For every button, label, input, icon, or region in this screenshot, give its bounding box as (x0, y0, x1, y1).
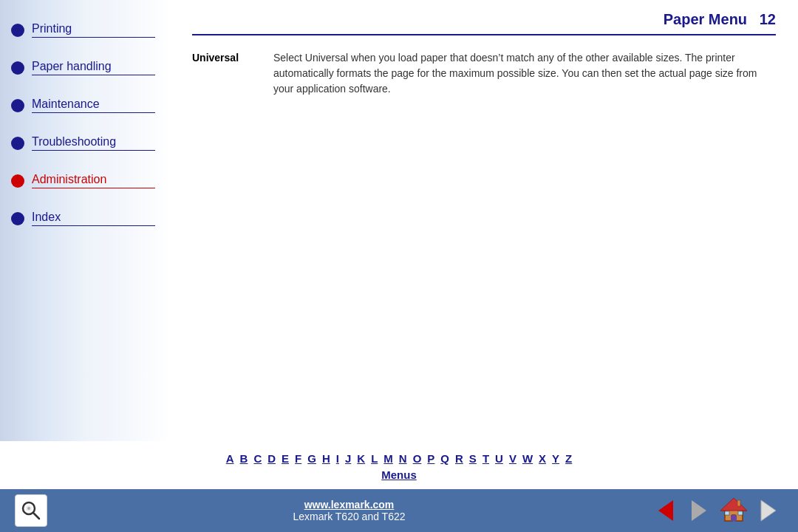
home-icon (717, 494, 750, 527)
sidebar-bullet-printing (11, 24, 24, 37)
sidebar-label-paper-handling: Paper handling (32, 60, 155, 75)
alpha-link-g[interactable]: G (307, 452, 316, 465)
sidebar-item-maintenance[interactable]: Maintenance (0, 90, 170, 120)
sidebar-label-administration: Administration (32, 173, 155, 188)
sidebar-bullet-maintenance (11, 99, 24, 112)
sidebar-item-administration[interactable]: Administration (0, 166, 170, 196)
content-body: Universal Select Universal when you load… (192, 50, 776, 97)
svg-point-3 (27, 507, 30, 510)
sidebar-label-troubleshooting: Troubleshooting (32, 135, 155, 151)
menus-label[interactable]: Menus (381, 468, 417, 481)
alpha-link-q[interactable]: Q (440, 452, 449, 465)
next-arrow-icon (755, 497, 782, 524)
alpha-link-i[interactable]: I (336, 452, 339, 465)
footer-center: www.lexmark.com Lexmark T620 and T622 (293, 499, 405, 522)
sidebar-item-paper-handling[interactable]: Paper handling (0, 52, 170, 83)
alpha-link-x[interactable]: X (539, 452, 546, 465)
page-title: Paper Menu 12 (664, 11, 776, 28)
sidebar-bullet-index (11, 212, 24, 225)
svg-rect-10 (738, 511, 743, 515)
alpha-link-t[interactable]: T (482, 452, 489, 465)
next-button[interactable] (754, 496, 783, 525)
footer-toolbar: www.lexmark.com Lexmark T620 and T622 (0, 489, 798, 532)
alpha-link-c[interactable]: C (253, 452, 262, 465)
forward-arrow-icon (686, 497, 712, 524)
back-button[interactable] (651, 496, 681, 525)
svg-rect-9 (725, 511, 729, 515)
svg-rect-8 (731, 515, 737, 521)
alpha-link-y[interactable]: Y (552, 452, 559, 465)
website-link[interactable]: www.lexmark.com (293, 499, 405, 511)
alpha-link-a[interactable]: A (226, 452, 234, 465)
svg-marker-4 (658, 500, 673, 521)
alpha-link-e[interactable]: E (282, 452, 289, 465)
alpha-link-z[interactable]: Z (565, 452, 572, 465)
main-area: PrintingPaper handlingMaintenanceTrouble… (0, 0, 798, 441)
alpha-link-p[interactable]: P (427, 452, 434, 465)
alpha-link-o[interactable]: O (413, 452, 422, 465)
menus-link[interactable]: Menus (15, 468, 783, 482)
sidebar-label-index: Index (32, 211, 155, 226)
alpha-link-d[interactable]: D (267, 452, 276, 465)
sidebar-bullet-troubleshooting (11, 137, 24, 150)
sidebar-item-troubleshooting[interactable]: Troubleshooting (0, 128, 170, 158)
alpha-link-s[interactable]: S (469, 452, 477, 465)
device-label: Lexmark T620 and T622 (293, 511, 405, 522)
alpha-link-m[interactable]: M (383, 452, 393, 465)
alpha-link-n[interactable]: N (399, 452, 407, 465)
alpha-link-r[interactable]: R (455, 452, 463, 465)
sidebar-bullet-administration (11, 174, 24, 188)
search-button[interactable] (15, 494, 47, 527)
sidebar-item-printing[interactable]: Printing (0, 15, 170, 45)
entry-term: Universal (192, 50, 259, 97)
page-number: 12 (760, 11, 776, 27)
alpha-link-b[interactable]: B (240, 452, 248, 465)
svg-marker-12 (761, 500, 776, 521)
sidebar-item-index[interactable]: Index (0, 203, 170, 233)
svg-line-2 (33, 513, 39, 519)
search-icon (21, 500, 41, 521)
alpha-link-h[interactable]: H (322, 452, 330, 465)
sidebar: PrintingPaper handlingMaintenanceTrouble… (0, 0, 170, 441)
alpha-link-w[interactable]: W (522, 452, 533, 465)
sidebar-bullet-paper-handling (11, 61, 24, 75)
back-arrow-icon (652, 497, 679, 524)
page-header: Paper Menu 12 (192, 11, 776, 35)
forward-button[interactable] (684, 496, 714, 525)
sidebar-label-maintenance: Maintenance (32, 98, 155, 113)
alpha-link-f[interactable]: F (295, 452, 301, 465)
sidebar-label-printing: Printing (32, 22, 155, 38)
page-title-text: Paper Menu (664, 11, 747, 27)
svg-marker-5 (692, 500, 706, 521)
bottom-nav: ABCDEFGHIJKLMNOPQRSTUVWXYZ Menus (0, 441, 798, 489)
alpha-link-l[interactable]: L (371, 452, 378, 465)
footer-left (15, 494, 47, 527)
entry-desc: Select Universal when you load paper tha… (273, 50, 776, 97)
alphabet-row: ABCDEFGHIJKLMNOPQRSTUVWXYZ (15, 452, 783, 465)
svg-marker-7 (720, 498, 747, 511)
alpha-link-u[interactable]: U (495, 452, 503, 465)
svg-rect-11 (737, 500, 740, 506)
footer-right (651, 494, 783, 527)
alpha-link-v[interactable]: V (509, 452, 516, 465)
home-button[interactable] (717, 494, 750, 527)
alpha-link-k[interactable]: K (357, 452, 365, 465)
page-wrapper: PrintingPaper handlingMaintenanceTrouble… (0, 0, 798, 532)
alpha-link-j[interactable]: J (345, 452, 351, 465)
content-area: Paper Menu 12 Universal Select Universal… (170, 0, 798, 441)
